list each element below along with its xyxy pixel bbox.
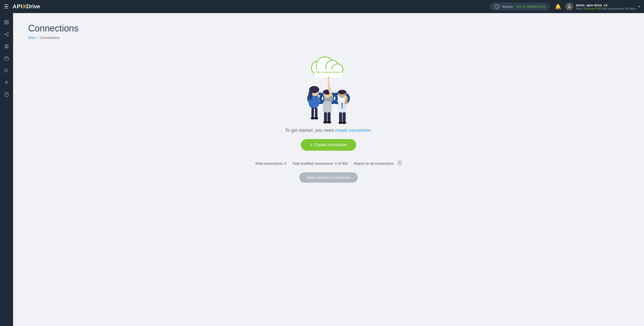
sidebar-item-help[interactable] — [2, 90, 12, 100]
empty-state-illustration: No connections — [286, 55, 371, 128]
breadcrumb-current: Connections — [40, 36, 59, 40]
logo-x-text: X — [23, 3, 26, 10]
breadcrumb: Main / Connections — [28, 36, 629, 40]
sidebar-item-home[interactable] — [2, 17, 12, 27]
bell-icon[interactable]: 🔔 — [555, 4, 561, 10]
svg-point-6 — [8, 32, 8, 33]
svg-rect-35 — [311, 108, 314, 118]
info-icon: i — [494, 4, 499, 9]
create-connection-link[interactable]: create connection — [335, 128, 371, 133]
get-started-suffix: . — [371, 128, 372, 133]
svg-rect-2 — [7, 20, 9, 22]
user-section[interactable]: demo_apix-drive_s3 Plan | Premium PRO| l… — [565, 3, 640, 11]
logo-drive-text: Drive — [26, 3, 40, 10]
svg-rect-44 — [328, 112, 331, 122]
svg-rect-3 — [5, 23, 6, 24]
user-name: demo_apix-drive_s3 — [576, 3, 636, 7]
user-avatar — [565, 3, 573, 11]
svg-rect-36 — [315, 108, 317, 118]
svg-point-16 — [6, 81, 8, 83]
report-label: Report on all connections: — [354, 161, 394, 166]
sidebar-item-billing[interactable] — [2, 41, 12, 51]
svg-point-34 — [308, 90, 312, 100]
sidebar-item-profile[interactable] — [2, 77, 12, 88]
topnav-right: 🔔 demo_apix-drive_s3 Plan | Premium PRO|… — [555, 3, 640, 11]
logo-api-text: API — [13, 3, 23, 10]
svg-marker-15 — [5, 69, 8, 72]
user-plan: Plan | Premium PRO| left until payment 3… — [576, 7, 636, 10]
svg-rect-53 — [339, 112, 342, 122]
svg-point-38 — [314, 117, 318, 119]
menu-icon[interactable]: ☰ — [4, 4, 9, 10]
sidebar-item-connections[interactable] — [2, 29, 12, 39]
get-started-text: To get started, you need create connecti… — [285, 128, 372, 133]
total-connections-stat: Total connections: 0 — [255, 161, 286, 166]
svg-point-7 — [8, 35, 8, 36]
sidebar — [0, 13, 13, 326]
topnav: ☰ APIXDrive i Actions: 257 of 100'000 (0… — [0, 0, 644, 13]
breadcrumb-separator: / — [37, 36, 38, 40]
svg-rect-1 — [5, 20, 6, 22]
empty-state-card: No connections — [28, 50, 629, 193]
sidebar-item-media[interactable] — [2, 65, 12, 75]
svg-rect-39 — [323, 101, 332, 113]
stats-row: Total connections: 0 Total enabled conne… — [255, 161, 402, 166]
svg-point-51 — [338, 90, 346, 94]
svg-rect-54 — [343, 112, 346, 122]
page-title: Connections — [28, 23, 629, 34]
create-btn-label: Create connection — [314, 143, 347, 147]
svg-rect-43 — [324, 112, 327, 122]
actions-counter: i Actions: 257 of 100'000 (0%) — [490, 3, 550, 11]
svg-line-8 — [6, 33, 8, 34]
create-btn-plus: + — [310, 143, 312, 147]
svg-rect-4 — [7, 23, 9, 24]
svg-point-5 — [5, 34, 6, 34]
app-body: Connections Main / Connections — [0, 13, 644, 326]
user-info: demo_apix-drive_s3 Plan | Premium PRO| l… — [576, 3, 636, 10]
report-icon[interactable] — [397, 161, 402, 166]
svg-line-57 — [329, 77, 329, 90]
chevron-down-icon: ▾ — [638, 5, 640, 8]
logo: APIXDrive — [13, 3, 40, 10]
main-content: Connections Main / Connections — [13, 13, 644, 326]
get-started-prefix: To get started, you need — [285, 128, 335, 133]
create-connection-button[interactable]: + Create connection — [301, 139, 356, 151]
actions-value: 257 of 100'000 (0%) — [516, 5, 546, 9]
actions-label: Actions: — [502, 5, 513, 9]
svg-point-37 — [311, 117, 315, 119]
total-enabled-stat: Total enabled connections: 0 of 500 — [292, 161, 348, 166]
svg-point-0 — [569, 5, 570, 7]
sidebar-item-tools[interactable] — [2, 53, 12, 63]
svg-point-46 — [327, 121, 331, 124]
svg-point-56 — [342, 121, 346, 124]
show-deleted-connections-button[interactable]: Show deleted connections — [299, 172, 357, 183]
plan-highlight: Premium PRO — [583, 7, 601, 10]
svg-line-9 — [6, 34, 8, 35]
breadcrumb-main[interactable]: Main — [28, 36, 36, 40]
